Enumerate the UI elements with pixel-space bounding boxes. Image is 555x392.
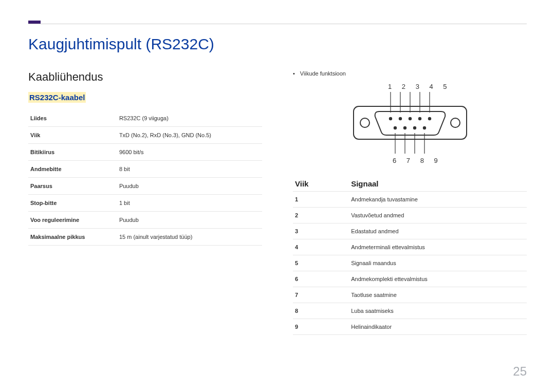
- pin-function-label: Viikude funktsioon: [293, 70, 527, 77]
- signal-pin: 5: [293, 255, 349, 271]
- table-row: Bitikiirus9600 bit/s: [28, 144, 262, 161]
- connector-diagram: 1 2 3 4 5: [343, 82, 477, 169]
- signal-name: Vastuvõetud andmed: [349, 208, 527, 223]
- svg-point-9: [398, 117, 401, 120]
- signal-pin: 2: [293, 208, 349, 223]
- svg-point-14: [403, 126, 406, 129]
- horizontal-rule: [28, 24, 527, 24]
- signal-pin: 6: [293, 271, 349, 287]
- signal-name: Helinaindikaator: [349, 319, 527, 335]
- signal-pin: 8: [293, 303, 349, 319]
- table-row: Stop-bitte1 bit: [28, 195, 262, 212]
- signal-name: Edastatud andmed: [349, 223, 527, 239]
- svg-point-16: [422, 126, 425, 129]
- subsection-heading: RS232C-kaabel: [28, 92, 86, 103]
- svg-point-7: [451, 118, 460, 127]
- table-row: PaarsusPuudub: [28, 178, 262, 195]
- spec-key: Viik: [28, 127, 117, 144]
- signal-name: Signaali maandus: [349, 255, 527, 271]
- svg-point-11: [418, 117, 421, 120]
- table-row: LiidesRS232C (9 viiguga): [28, 110, 262, 127]
- spec-key: Voo reguleerimine: [28, 212, 117, 229]
- page-title: Kaugjuhtimispult (RS232C): [28, 35, 527, 53]
- signal-pin: 4: [293, 239, 349, 255]
- spec-value: 9600 bit/s: [117, 144, 262, 161]
- spec-key: Stop-bitte: [28, 195, 117, 212]
- table-row: 1Andmekandja tuvastamine: [293, 192, 527, 208]
- table-row: Andmebitte8 bit: [28, 161, 262, 178]
- signal-pin: 3: [293, 223, 349, 239]
- signal-name: Luba saatmiseks: [349, 303, 527, 319]
- table-row: 3Edastatud andmed: [293, 223, 527, 239]
- table-row: 6Andmekomplekti ettevalmistus: [293, 271, 527, 287]
- table-row: 8Luba saatmiseks: [293, 303, 527, 319]
- signal-pin: 7: [293, 287, 349, 303]
- section-heading: Kaabliühendus: [28, 70, 262, 84]
- page-number: 25: [513, 364, 527, 379]
- header-rule: [28, 21, 527, 24]
- table-row: 7Taotluse saatmine: [293, 287, 527, 303]
- spec-key: Liides: [28, 110, 117, 127]
- pin-function-text: Viikude funktsioon: [300, 70, 346, 77]
- signal-name: Andmekandja tuvastamine: [349, 192, 527, 208]
- svg-point-8: [388, 117, 392, 120]
- signal-head-sig: Signaal: [349, 176, 527, 192]
- left-column: Kaabliühendus RS232C-kaabel LiidesRS232C…: [28, 70, 262, 335]
- spec-value: 1 bit: [117, 195, 262, 212]
- spec-key: Paarsus: [28, 178, 117, 195]
- spec-value: TxD (No.2), RxD (No.3), GND (No.5): [117, 127, 262, 144]
- right-column: Viikude funktsioon 1 2 3 4 5: [293, 70, 527, 335]
- spec-key: Bitikiirus: [28, 144, 117, 161]
- signal-name: Andmeterminali ettevalmistus: [349, 239, 527, 255]
- table-row: Maksimaalne pikkus15 m (ainult varjestat…: [28, 229, 262, 246]
- pin-numbers-top: 1 2 3 4 5: [388, 83, 451, 90]
- spec-value: RS232C (9 viiguga): [117, 110, 262, 127]
- signal-name: Taotluse saatmine: [349, 287, 527, 303]
- table-row: 2Vastuvõetud andmed: [293, 208, 527, 223]
- spec-value: 8 bit: [117, 161, 262, 178]
- spec-value: 15 m (ainult varjestatud tüüp): [117, 229, 262, 246]
- table-row: Voo reguleeriminePuudub: [28, 212, 262, 229]
- svg-point-15: [413, 126, 416, 129]
- svg-point-13: [393, 126, 396, 129]
- table-row: 5Signaali maandus: [293, 255, 527, 271]
- table-row: 9Helinaindikaator: [293, 319, 527, 335]
- signal-head-pin: Viik: [293, 176, 349, 192]
- spec-value: Puudub: [117, 178, 262, 195]
- spec-key: Andmebitte: [28, 161, 117, 178]
- signal-pin: 1: [293, 192, 349, 208]
- svg-point-12: [428, 117, 431, 120]
- pin-numbers-bottom: 6 7 8 9: [393, 157, 442, 164]
- table-row: 4Andmeterminali ettevalmistus: [293, 239, 527, 255]
- spec-key: Maksimaalne pikkus: [28, 229, 117, 246]
- signal-name: Andmekomplekti ettevalmistus: [349, 271, 527, 287]
- signal-pin: 9: [293, 319, 349, 335]
- signal-table: Viik Signaal 1Andmekandja tuvastamine2Va…: [293, 176, 527, 335]
- spec-table: LiidesRS232C (9 viiguga)ViikTxD (No.2), …: [28, 110, 262, 246]
- table-row: ViikTxD (No.2), RxD (No.3), GND (No.5): [28, 127, 262, 144]
- svg-point-6: [360, 118, 369, 127]
- svg-point-10: [408, 117, 411, 120]
- spec-value: Puudub: [117, 212, 262, 229]
